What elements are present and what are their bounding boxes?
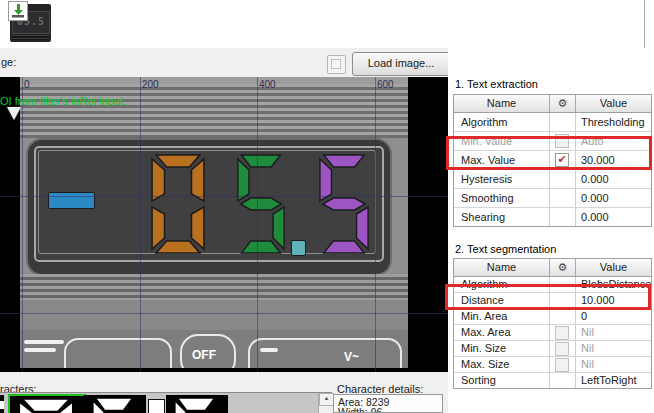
image-canvas[interactable]: OFF V~ 0 200 400 600 OI from filter's in… bbox=[0, 77, 448, 372]
characters-list bbox=[0, 392, 332, 413]
param-value[interactable]: 0.000 bbox=[575, 189, 651, 207]
fit-view-button[interactable] bbox=[327, 55, 346, 74]
checkbox-unchecked[interactable] bbox=[555, 358, 569, 372]
multimeter-photo: OFF V~ bbox=[20, 77, 408, 368]
table-header: Name ⚙ Value bbox=[454, 259, 651, 277]
load-image-button[interactable]: Load image... bbox=[352, 52, 450, 76]
app-window: { "header": { "thumbnail_value": "05.5",… bbox=[0, 0, 654, 413]
table-row[interactable]: Max. Area Nil bbox=[454, 325, 651, 341]
dial-tick bbox=[260, 348, 278, 352]
ruler-label: 600 bbox=[377, 79, 394, 90]
table-row[interactable]: Shearing 0.000 bbox=[454, 208, 651, 226]
header-groupbox-border bbox=[644, 0, 645, 48]
scroll-up-icon: ▲ bbox=[324, 395, 330, 401]
checkbox-unchecked[interactable] bbox=[555, 326, 569, 340]
gridline-v-400 bbox=[257, 77, 258, 372]
table-header: Name ⚙ Value bbox=[454, 95, 651, 113]
param-value[interactable]: 0 bbox=[575, 309, 651, 324]
dial-tick bbox=[24, 348, 56, 352]
characters-scrollbar[interactable]: ▲ bbox=[318, 393, 333, 413]
param-value: Nil bbox=[575, 341, 651, 356]
thumbnail-grille bbox=[12, 35, 49, 40]
table-row[interactable]: Min. Area 0 bbox=[454, 309, 651, 325]
dial-tick bbox=[24, 340, 64, 344]
highlight-distance bbox=[445, 284, 651, 310]
param-value[interactable]: 0.000 bbox=[575, 208, 651, 226]
character-width-value: Width: 96 bbox=[338, 407, 442, 413]
column-header-name[interactable]: Name bbox=[454, 259, 549, 276]
photo-mid-area bbox=[20, 300, 408, 330]
lcd-inner-border bbox=[38, 150, 376, 254]
character-thumb[interactable] bbox=[8, 394, 86, 413]
download-arrow-icon bbox=[9, 2, 27, 20]
table-row[interactable]: Sorting LeftToRight bbox=[454, 373, 651, 388]
param-value: Nil bbox=[575, 357, 651, 372]
column-header-value[interactable]: Value bbox=[575, 259, 651, 276]
character-thumb[interactable] bbox=[148, 399, 165, 413]
param-name: Algorithm bbox=[454, 113, 549, 131]
ruler-label: 0 bbox=[24, 79, 30, 90]
character-thumb[interactable] bbox=[0, 395, 4, 413]
rotary-dial-area: OFF V~ bbox=[20, 330, 408, 368]
param-name: Sorting bbox=[454, 373, 549, 388]
gridline-v-600 bbox=[375, 77, 376, 372]
character-thumb[interactable] bbox=[84, 395, 146, 413]
ruler-label: 400 bbox=[259, 79, 276, 90]
dial-volts-label: V~ bbox=[344, 350, 359, 364]
param-name: Smoothing bbox=[454, 189, 549, 207]
param-name: Min. Area bbox=[454, 309, 549, 324]
table-row[interactable]: Max. Size Nil bbox=[454, 357, 651, 373]
table-row[interactable]: Algorithm Thresholding bbox=[454, 113, 651, 132]
dial-ring-right: V~ bbox=[248, 338, 402, 368]
character-thumb[interactable] bbox=[166, 395, 228, 413]
gridline-v-200 bbox=[140, 77, 141, 372]
param-value: Nil bbox=[575, 325, 651, 340]
table-row[interactable]: Smoothing 0.000 bbox=[454, 189, 651, 208]
param-value[interactable]: Thresholding bbox=[575, 113, 651, 131]
param-value[interactable]: LeftToRight bbox=[575, 373, 651, 388]
roi-hint-text: OI from filter's inRoi input. bbox=[0, 95, 126, 107]
param-name: Max. Size bbox=[454, 357, 549, 372]
column-header-name[interactable]: Name bbox=[454, 95, 549, 112]
lcd-display bbox=[34, 146, 384, 262]
param-name: Min. Size bbox=[454, 341, 549, 356]
header-groupbox bbox=[0, 0, 654, 49]
image-label: ge: bbox=[1, 56, 16, 68]
table-row[interactable]: Min. Size Nil bbox=[454, 341, 651, 357]
import-image-icon[interactable] bbox=[8, 1, 28, 21]
gridline-h-200 bbox=[0, 196, 448, 197]
extraction-section-title: 1. Text extraction bbox=[455, 78, 538, 90]
scroll-up-button[interactable]: ▲ bbox=[319, 393, 334, 406]
segmentation-section-title: 2. Text segmentation bbox=[455, 243, 556, 255]
gear-icon: ⚙ bbox=[558, 97, 568, 110]
selection-rect-icon bbox=[331, 59, 341, 69]
vent-grille-top bbox=[20, 84, 408, 138]
column-header-value[interactable]: Value bbox=[575, 95, 651, 112]
param-value[interactable]: 0.000 bbox=[575, 170, 651, 188]
table-row[interactable]: Hysteresis 0.000 bbox=[454, 170, 651, 189]
gear-icon: ⚙ bbox=[558, 261, 568, 274]
ruler-label: 200 bbox=[142, 79, 159, 90]
dial-ring-left bbox=[64, 338, 172, 368]
dial-off-label: OFF bbox=[192, 348, 216, 362]
param-name: Shearing bbox=[454, 208, 549, 226]
highlight-max-value bbox=[446, 136, 652, 170]
param-name: Hysteresis bbox=[454, 170, 549, 188]
roi-drag-marker[interactable] bbox=[7, 107, 21, 120]
display-bezel bbox=[26, 138, 392, 276]
segmentation-table: Name ⚙ Value Algorithm BlobsDistance Dis… bbox=[453, 258, 652, 389]
character-details-box: Area: 8239 Width: 96 bbox=[333, 394, 443, 413]
checkbox-unchecked[interactable] bbox=[555, 342, 569, 356]
gridline-v-0 bbox=[22, 77, 23, 372]
gridline-h-400 bbox=[0, 313, 448, 314]
speaker-grille bbox=[20, 274, 408, 300]
param-name: Max. Area bbox=[454, 325, 549, 340]
